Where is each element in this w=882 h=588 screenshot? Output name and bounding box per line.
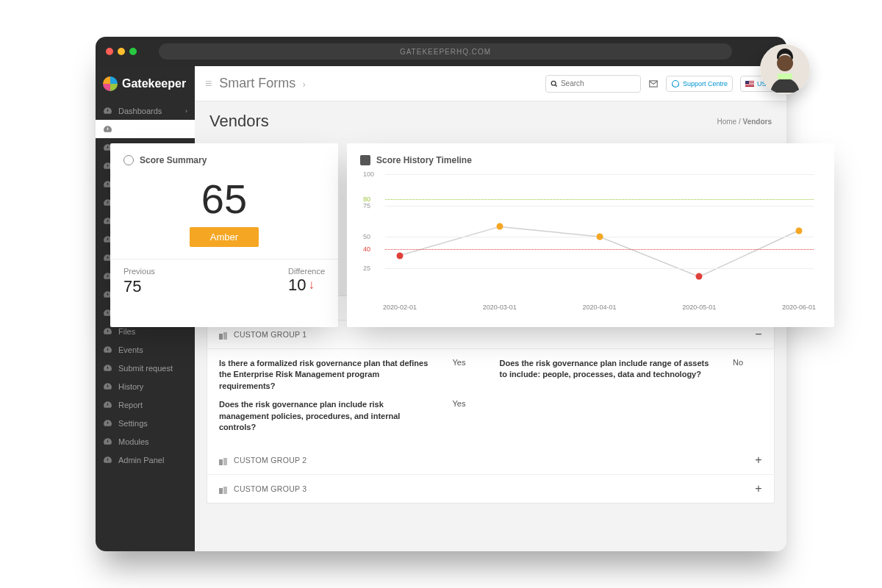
brand-logo-icon [103,76,118,91]
chart-point[interactable] [397,252,404,259]
gridline [385,206,814,207]
x-tick-label: 2020-06-01 [782,304,816,311]
sidebar-item-active[interactable] [96,120,195,138]
answer-text: No [733,358,762,392]
group-row-custom-3[interactable]: CUSTOM GROUP 3 + [207,475,774,503]
brand-name: Gatekeeper [122,77,186,90]
card-title: Score History Timeline [376,155,472,165]
score-value: 65 [123,179,325,220]
gauge-icon [103,106,112,115]
x-tick-label: 2020-05-01 [682,304,716,311]
chart-point[interactable] [596,234,603,240]
group-icon [219,331,228,338]
qa-grid: Is there a formalized risk governance pl… [207,349,774,446]
sidebar-item-label: Modules [118,437,149,446]
sidebar-item-label: Report [118,401,143,409]
score-level-badge: Amber [190,227,259,247]
chevron-right-icon: › [302,79,305,90]
support-centre-button[interactable]: Support Centre [666,76,733,92]
sidebar-item-submit-request[interactable]: Submit request [96,359,195,377]
chart-icon [360,155,370,165]
svg-point-1 [777,55,793,71]
question-text: Does the risk governance plan include ri… [219,399,435,433]
previous-label: Previous [123,267,155,276]
score-overlay: Score Summary 65 Amber Previous 75 Diffe… [110,143,834,327]
sidebar-item-modules[interactable]: Modules [96,432,195,451]
question-text: Is there a formalized risk governance pl… [219,358,435,392]
gauge-icon [103,381,112,391]
sidebar-item-admin-panel[interactable]: Admin Panel [96,451,195,469]
expand-icon[interactable]: + [755,453,762,467]
headset-icon [671,79,680,88]
y-tick-label: 75 [363,202,370,209]
sidebar-item-history[interactable]: History [96,377,195,395]
y-tick-label: 100 [363,171,374,178]
collapse-icon[interactable]: − [755,328,762,341]
menu-toggle-icon[interactable]: ≡ [205,77,212,90]
brand[interactable]: Gatekeeper [96,66,195,101]
page-title: Vendors [209,112,269,131]
x-tick-label: 2020-04-01 [582,304,616,311]
y-tick-label: 80 [363,196,370,203]
sidebar-item-report[interactable]: Report [96,395,195,414]
group-icon [219,456,228,464]
gauge-icon [103,124,112,134]
score-timeline-card: Score History Timeline 25405075801002020… [347,143,834,327]
group-icon [219,485,228,492]
address-bar[interactable]: GATEKEEPERHQ.COM [159,43,732,60]
window-min-dot[interactable] [118,48,125,55]
sidebar-item-dashboards[interactable]: Dashboards › [96,101,195,120]
y-tick-label: 25 [363,265,370,272]
arrow-down-icon: ↓ [309,278,315,293]
sidebar-item-label: Submit request [118,364,173,373]
gauge-icon [103,400,112,409]
search-icon [551,80,558,87]
svg-point-3 [551,81,556,85]
gauge-icon [103,418,112,428]
chart-point[interactable] [496,223,503,230]
section-crumb[interactable]: Smart Forms › [219,76,305,91]
chevron-right-icon: › [185,107,187,115]
x-tick-label: 2020-03-01 [483,304,517,311]
sidebar-item-settings[interactable]: Settings [96,414,195,432]
card-title: Score Summary [140,155,207,165]
difference-label: Difference [288,267,325,276]
group-row-custom-2[interactable]: CUSTOM GROUP 2 + [207,446,774,475]
expand-icon[interactable]: + [755,482,762,495]
sidebar-item-label: Events [118,345,143,354]
window-close-dot[interactable] [106,48,113,55]
gauge-icon [103,326,112,336]
sidebar-item-label: Files [118,327,135,336]
score-summary-card: Score Summary 65 Amber Previous 75 Diffe… [110,143,338,327]
breadcrumb[interactable]: Home / Vendors [717,118,772,126]
y-tick-label: 40 [363,245,370,253]
envelope-icon[interactable] [648,79,659,89]
sidebar-item-events[interactable]: Events [96,340,195,359]
search-input[interactable] [545,75,641,93]
gauge-icon [103,363,112,373]
avatar[interactable] [760,44,810,94]
gridline [385,174,814,175]
gridline [385,199,814,200]
y-tick-label: 50 [363,233,370,240]
window-max-dot[interactable] [129,48,137,55]
answer-text: Yes [453,358,482,392]
sidebar-item-label: Dashboards [118,107,162,115]
page-header: Vendors Home / Vendors [195,101,786,141]
timeline-chart: 25405075801002020-02-012020-03-012020-04… [385,174,814,299]
sidebar-item-label: Admin Panel [118,456,164,465]
gridline [385,268,814,269]
gauge-icon [103,437,112,446]
sidebar-item-label: Settings [118,419,148,428]
flag-icon [745,81,754,87]
previous-value: 75 [123,277,155,296]
svg-rect-2 [778,74,792,79]
chart-point[interactable] [696,273,703,280]
gridline [385,249,814,250]
answer-text: Yes [453,399,482,433]
chart-point[interactable] [796,227,803,234]
gauge-icon [103,345,112,354]
address-text: GATEKEEPERHQ.COM [400,48,491,56]
target-icon [123,155,134,165]
topbar: ≡ Smart Forms › Support Centre USD [195,66,786,101]
